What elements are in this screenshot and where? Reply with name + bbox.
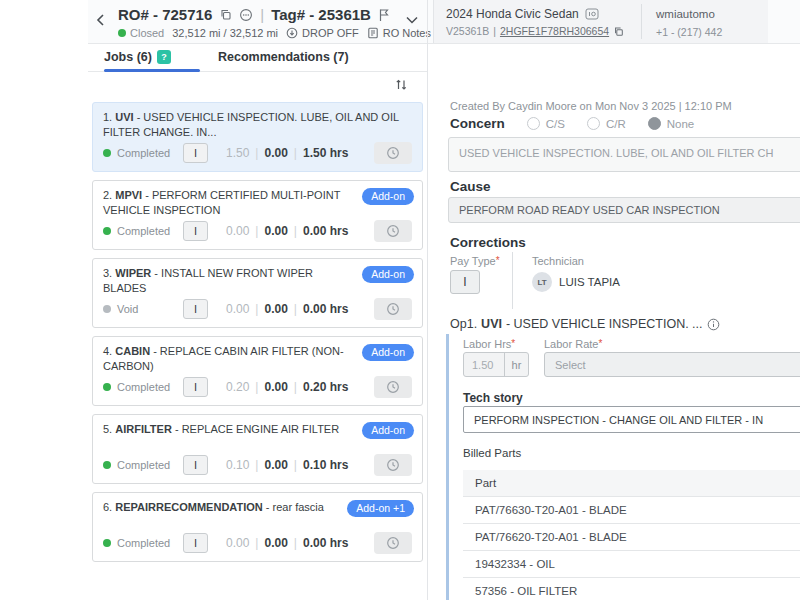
parts-header: Part <box>463 470 800 497</box>
part-row[interactable]: PAT/76630-T20-A01 - BLADE <box>463 497 800 524</box>
info-icon[interactable] <box>707 318 720 331</box>
tab-recommendations[interactable]: Recommendations (7) <box>218 50 349 64</box>
hours-total: 1.50 hrs <box>303 146 348 160</box>
hours-total: 0.00 hrs <box>303 536 348 550</box>
hours-actual: 0.00 <box>264 380 287 394</box>
labor-rate-select[interactable]: Select <box>544 352 800 377</box>
ro-notes-icon <box>367 27 379 39</box>
hours-estimated: 0.10 <box>226 458 249 472</box>
radio-cr[interactable]: C/R <box>587 117 626 130</box>
title-separator: | <box>260 6 264 23</box>
hours-estimated: 0.00 <box>226 536 249 550</box>
hours-actual: 0.00 <box>264 224 287 238</box>
pay-type-value[interactable]: I <box>450 270 480 294</box>
tab-jobs[interactable]: Jobs (6) ? <box>104 50 171 64</box>
pay-type-box[interactable]: I <box>183 533 208 553</box>
clock-icon <box>386 380 400 394</box>
tab-recommendations-label: Recommendations (7) <box>218 50 349 64</box>
copy-ro-icon[interactable] <box>219 8 232 21</box>
job-card[interactable]: 1. UVI - USED VEHICLE INSPECTION. LUBE, … <box>92 102 423 172</box>
status-label: Completed <box>117 459 170 471</box>
job-status: Completed <box>103 537 183 549</box>
job-title: 1. UVI - USED VEHICLE INSPECTION. LUBE, … <box>103 110 412 140</box>
labor-hrs-label: Labor Hrs* <box>463 338 515 350</box>
clock-button[interactable] <box>374 454 412 476</box>
jobs-help-badge[interactable]: ? <box>157 50 171 64</box>
labor-hrs-value[interactable]: 1.50 <box>464 353 504 376</box>
clock-button[interactable] <box>374 376 412 398</box>
status-label: Completed <box>117 147 170 159</box>
radio-cs-circle[interactable] <box>527 117 540 130</box>
flag-icon[interactable] <box>378 8 390 22</box>
sort-button[interactable] <box>394 77 409 92</box>
labor-hrs-input[interactable]: 1.50 hr <box>463 352 529 377</box>
hours-total: 0.10 hrs <box>303 458 348 472</box>
op-accent-bar <box>446 334 449 600</box>
job-status: Completed <box>103 147 183 159</box>
cause-input[interactable]: PERFORM ROAD READY USED CAR INSPECTION <box>448 197 800 223</box>
clock-icon <box>386 536 400 550</box>
cause-label: Cause <box>450 179 491 194</box>
corrections-divider <box>512 252 513 309</box>
part-row[interactable]: PAT/76620-T20-A01 - BLADE <box>463 524 800 551</box>
radio-cr-circle[interactable] <box>587 117 600 130</box>
pay-type-box[interactable]: I <box>183 221 208 241</box>
status-dot <box>103 383 111 391</box>
job-hours: 0.00 | 0.00 | 0.00 hrs <box>226 302 348 316</box>
job-detail-panel: Created By Caydin Moore on Mon Nov 3 202… <box>448 0 800 600</box>
tech-story-input[interactable]: PERFORM INSPECTION - CHANGE OIL AND FILT… <box>463 406 800 433</box>
radio-none[interactable]: None <box>648 117 695 130</box>
addon-badge: Add-on <box>362 188 414 205</box>
ro-notes-label: RO Notes <box>383 27 431 39</box>
job-card[interactable]: 6. REPAIRRECOMMENDATION - rear fascia Ad… <box>92 492 423 562</box>
technician-label: Technician <box>532 255 584 267</box>
job-bottom-row: Void I 0.00 | 0.00 | 0.00 hrs <box>103 298 412 320</box>
clock-button[interactable] <box>374 142 412 164</box>
job-card[interactable]: 2. MPVI - PERFORM CERTIFIED MULTI-POINT … <box>92 180 423 250</box>
jobs-list: 1. UVI - USED VEHICLE INSPECTION. LUBE, … <box>92 102 423 562</box>
comment-icon[interactable] <box>239 8 253 22</box>
part-row[interactable]: 19432334 - OIL <box>463 551 800 578</box>
pay-type-box[interactable]: I <box>183 377 208 397</box>
job-description: - rear fascia <box>263 501 324 513</box>
hours-actual: 0.00 <box>264 146 287 160</box>
clock-button[interactable] <box>374 532 412 554</box>
job-number: 1. <box>103 111 112 123</box>
hours-estimated: 0.20 <box>226 380 249 394</box>
clock-button[interactable] <box>374 220 412 242</box>
ro-number: RO# - 725716 <box>118 6 212 23</box>
active-tab-underline <box>104 69 200 72</box>
job-number: 5. <box>103 423 112 435</box>
dropoff-group[interactable]: DROP OFF <box>286 27 359 39</box>
part-row[interactable]: 57356 - OIL FILTER <box>463 578 800 600</box>
hours-total: 0.20 hrs <box>303 380 348 394</box>
radio-cs[interactable]: C/S <box>527 117 565 130</box>
back-button[interactable] <box>94 12 108 28</box>
chevron-down-icon[interactable] <box>404 14 420 26</box>
pay-type-box[interactable]: I <box>183 455 208 475</box>
job-card[interactable]: 4. CABIN - REPLACE CABIN AIR FILTER (NON… <box>92 336 423 406</box>
concern-label: Concern <box>450 116 505 131</box>
pay-type-box[interactable]: I <box>183 299 208 319</box>
job-card[interactable]: 3. WIPER - INSTALL NEW FRONT WIPER BLADE… <box>92 258 423 328</box>
status-dot <box>103 305 111 313</box>
job-status: Completed <box>103 381 183 393</box>
job-bottom-row: Completed I 1.50 | 0.00 | 1.50 hrs <box>103 142 412 164</box>
clock-button[interactable] <box>374 298 412 320</box>
job-hours: 0.20 | 0.00 | 0.20 hrs <box>226 380 348 394</box>
concern-input[interactable]: USED VEHICLE INSPECTION. LUBE, OIL AND O… <box>448 137 800 172</box>
hours-total: 0.00 hrs <box>303 224 348 238</box>
radio-none-circle[interactable] <box>648 117 661 130</box>
job-status: Completed <box>103 225 183 237</box>
status-label: Void <box>117 303 138 315</box>
pay-type-box[interactable]: I <box>183 143 208 163</box>
status-dot <box>103 149 111 157</box>
job-status: Completed <box>103 459 183 471</box>
job-code: CABIN <box>115 345 150 357</box>
parts-rows: PAT/76630-T20-A01 - BLADE PAT/76620-T20-… <box>463 497 800 600</box>
job-code: MPVI <box>115 189 142 201</box>
ro-notes-group[interactable]: RO Notes <box>367 27 431 39</box>
job-card[interactable]: 5. AIRFILTER - REPLACE ENGINE AIR FILTER… <box>92 414 423 484</box>
status-label: Completed <box>117 381 170 393</box>
mileage: 32,512 mi / 32,512 mi <box>172 27 278 39</box>
